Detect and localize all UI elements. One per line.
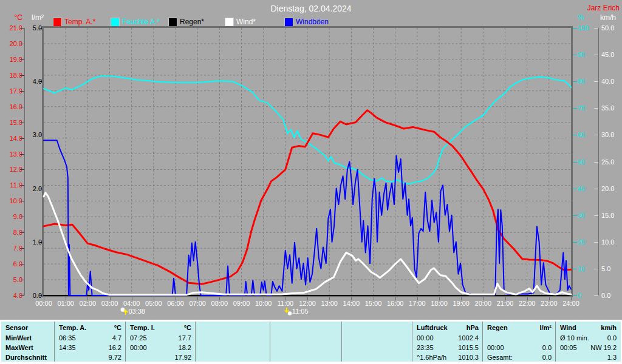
humidity-axis-tick [573,215,577,216]
humidity-axis-label: 20 [578,238,596,246]
plot-border [43,27,572,297]
legend-item: Wind* [225,18,256,26]
table-column: SensorMinWertMaxWertDurchschnitt [1,322,55,362]
wind-axis-label: 40.0 [601,78,622,85]
humidity-axis-label: 0 [578,292,596,299]
column-header: Wind [560,324,576,332]
humidity-axis-label: 60 [578,131,596,138]
cell-value: 1002.4 [458,334,479,342]
wind-axis-tick [594,81,598,82]
legend-label: Windböen [296,18,329,26]
humidity-axis-label: 70 [578,104,596,112]
cell-value: 0.0 [542,354,552,362]
moonrise-marker: 03:38 [120,307,145,315]
moonset-time: 11:05 [292,308,309,315]
humidity-axis-label: 100 [578,24,596,32]
wind-axis-tick [594,242,598,243]
cell-value: 4.7 [112,334,121,342]
wind-axis-label: 35.0 [601,104,622,112]
temp-axis-tick [20,59,24,60]
cell-value: 1.3 [607,354,617,362]
page-title: Dienstag, 02.04.2024 [0,4,622,13]
time-axis-label: 04:00 [123,300,140,307]
cell-value: 18.2 [179,344,191,352]
wind-axis-label: 20.0 [601,185,622,192]
time-axis-label: 22:00 [519,300,536,307]
wind-axis-tick [594,295,598,296]
humidity-axis-label: 10 [578,265,596,272]
column-unit: °C [184,324,191,332]
legend-item: Regen* [169,18,204,26]
moonset-marker: 11:05 [284,307,309,315]
humidity-axis-tick [573,269,577,269]
cell-time: 00:05 [560,344,577,352]
humidity-axis-tick [573,55,577,55]
legend-item: Feuchte A.* [111,18,160,26]
time-axis-label: 18:00 [431,300,448,307]
wind-axis-tick [594,215,598,216]
time-axis-label: 12:00 [299,300,316,307]
cell-value: 17.92 [174,354,191,362]
rain-axis-unit: l/m² [26,13,44,22]
humidity-axis-label: 50 [578,158,596,166]
humidity-axis-tick [573,295,577,296]
cell-value: 9.72 [109,354,121,362]
wind-axis-tick [594,189,598,189]
time-axis-label: 13:00 [321,300,338,307]
row-label: Sensor [5,324,28,332]
table-column: Regenl/m²00:000.0Gesamt:0.0 [483,322,556,362]
table-column: Windkm/hØ 10 min.0.000:05NW 19.21.3 [556,322,620,362]
wind-axis-tick [594,108,598,109]
cell-value: 16.2 [109,344,121,352]
time-axis-label: 24:00 [562,300,579,307]
cell-value: 1015.5 [458,344,479,352]
temp-axis-tick [20,295,24,296]
temp-axis-tick [20,44,24,44]
column-unit: °C [114,324,121,332]
legend-label: Temp. A.* [64,18,95,26]
wind-axis-label: 15.0 [601,212,622,219]
station-owner: Jarz Erich [587,4,620,12]
wind-axis-label: 10.0 [601,238,622,246]
humidity-axis-tick [573,28,577,29]
wind-axis-tick [594,135,598,135]
cell-time: 23:35 [417,344,434,352]
temp-axis-tick [20,248,24,249]
time-axis-label: 10:00 [255,300,272,307]
time-axis-label: 17:00 [409,300,426,307]
time-axis-label: 05:00 [145,300,162,307]
cell-value: 0.0 [542,344,552,352]
time-axis-label: 14:00 [343,300,360,307]
legend-item: Temp. A.* [53,18,95,26]
table-column [196,322,270,362]
humidity-axis-label: 40 [578,185,596,192]
legend-label: Wind* [236,18,256,26]
time-axis-label: 03:00 [101,300,118,307]
humidity-axis-tick [573,108,577,109]
moonrise-time: 03:38 [128,308,145,315]
temp-axis-tick [20,280,24,280]
wind-axis-unit: km/h [600,13,616,22]
temp-axis-tick [20,169,24,170]
time-axis-label: 20:00 [475,300,492,307]
time-axis-label: 19:00 [453,300,470,307]
wind-axis-tick [594,269,598,269]
legend-label: Regen* [180,18,204,26]
wind-axis-tick [594,28,598,29]
legend-swatch-icon [225,18,233,26]
column-header: Luftdruck [417,324,448,332]
time-axis-label: 21:00 [497,300,514,307]
humidity-axis-tick [573,242,577,243]
humidity-axis-label: 80 [578,78,596,85]
temp-axis-tick [20,123,24,123]
column-unit: l/m² [539,324,552,332]
wind-axis-label: 5.0 [601,265,622,272]
moonrise-icon [120,307,128,315]
cell-time: Gesamt: [487,354,513,362]
wind-axis-label: 0.0 [601,292,622,299]
column-header: Temp. I. [130,324,155,332]
wind-axis-line [598,28,599,295]
temp-axis-tick [20,201,24,201]
humidity-axis-tick [573,135,577,135]
cell-time: 06:35 [59,334,76,342]
